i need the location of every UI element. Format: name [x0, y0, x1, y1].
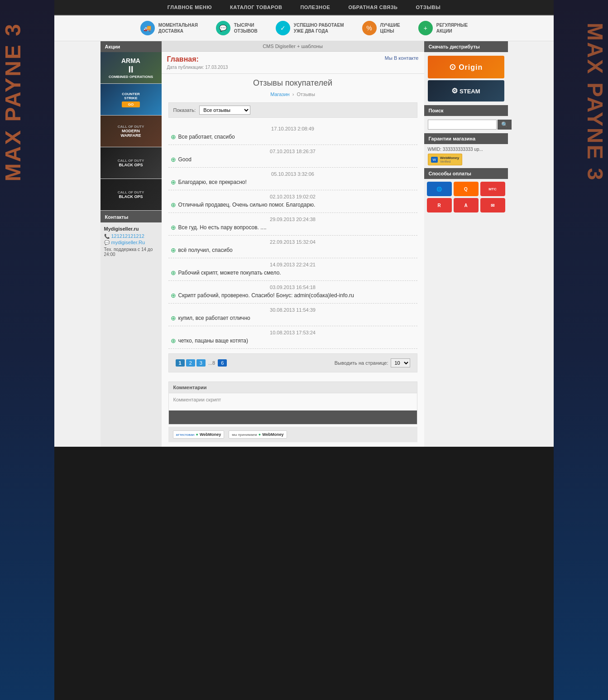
- filter-bar: Показать: Все отзывыПоложительныеОтрицат…: [168, 102, 417, 118]
- review-icon-3: ⊕: [171, 201, 176, 208]
- reviews-icon: 💬: [216, 21, 230, 35]
- contact-skype[interactable]: mydigiseller.Ru: [111, 240, 145, 245]
- review-date-8: 30.08.2013 11:54:39: [168, 307, 417, 313]
- steam-button[interactable]: ⚙ STEAM: [428, 80, 504, 101]
- review-content-4: Все гуд. Но есть пару вопросов. ....: [178, 223, 267, 232]
- review-text-5: ⊕ всё получил, спасибо: [168, 246, 417, 254]
- review-text-1: ⊕ Good: [168, 155, 417, 164]
- page-3[interactable]: 3: [196, 359, 206, 367]
- comments-section: Комментарии Комментарии скрипт: [168, 381, 417, 425]
- review-content-9: четко, пацаны ваще котята): [178, 337, 249, 345]
- review-icon-0: ⊕: [171, 133, 176, 140]
- page-dots: ...8: [207, 360, 216, 366]
- review-icon-2: ⊕: [171, 179, 176, 186]
- game-cod-bo[interactable]: CALL OF DUTY BLACK OPS: [101, 147, 162, 179]
- origin-icon: ⊙: [449, 63, 456, 72]
- nav-home[interactable]: ГЛАВНОЕ МЕНЮ: [158, 0, 221, 14]
- review-content-3: Отличный продавец. Очень сильно помог. Б…: [178, 201, 316, 209]
- review-item-5: 22.09.2013 15:32:04 ⊕ всё получил, спаси…: [168, 236, 417, 258]
- game-cod-bo2-thumb: CALL OF DUTY BLACK OPS: [101, 179, 162, 210]
- game-arma-thumb: ARMA II COMBINED OPERATIONS: [101, 52, 162, 83]
- review-content-8: купил, все работает отлично: [178, 314, 250, 322]
- review-item-4: 29.09.2013 20:24:38 ⊕ Все гуд. Но есть п…: [168, 213, 417, 236]
- payment-r[interactable]: R: [427, 198, 452, 212]
- wm-accepting: мы принимаем ● WebMoney: [229, 430, 287, 439]
- contact-site: Mydigiseller.ru: [104, 226, 158, 232]
- review-item-2: 05.10.2013 3:32:06 ⊕ Благодарю, все прек…: [168, 168, 417, 190]
- review-icon-7: ⊕: [171, 292, 176, 299]
- features-bar: 🚚 МОМЕНТАЛЬНАЯ ДОСТАВКА 💬 ТЫСЯЧИ ОТЗЫВОВ…: [54, 15, 554, 41]
- review-text-8: ⊕ купил, все работает отлично: [168, 314, 417, 322]
- payment-title: Способы оплаты: [424, 168, 508, 179]
- right-deco-text: MAX PAYNE 3: [584, 23, 606, 181]
- review-date-0: 17.10.2013 2:08:49: [168, 126, 417, 131]
- review-content-2: Благодарю, все прекрасно!: [178, 178, 247, 186]
- page-6[interactable]: 6: [218, 359, 227, 367]
- search-input[interactable]: [428, 120, 497, 130]
- contacts-title: Контакты: [101, 212, 162, 222]
- payment-section: 🌐 Q МТС R A ✉: [424, 179, 508, 215]
- review-item-8: 30.08.2013 11:54:39 ⊕ купил, все работае…: [168, 304, 417, 326]
- per-page-select[interactable]: 5102050: [391, 358, 410, 367]
- download-title: Скачать дистрибуты: [424, 41, 508, 52]
- review-item-1: 07.10.2013 18:26:37 ⊕ Good: [168, 145, 417, 168]
- page-title: Главная:: [167, 55, 228, 63]
- payment-mail[interactable]: ✉: [480, 198, 505, 212]
- nav-feedback[interactable]: ОБРАТНАЯ СВЯЗЬ: [339, 0, 407, 14]
- main-container: Акции ARMA II COMBINED OPERATIONS COUNTE…: [101, 41, 508, 447]
- game-mw2[interactable]: CALL OF DUTY MODERN WARFARE: [101, 116, 162, 147]
- filter-select[interactable]: Все отзывыПоложительныеОтрицательные: [199, 106, 250, 115]
- delivery-icon: 🚚: [140, 21, 155, 35]
- payment-web[interactable]: 🌐: [427, 182, 452, 196]
- guarantee-title: Гарантии магазина: [424, 133, 508, 144]
- per-page-label: Выводить на странице:: [335, 360, 388, 366]
- game-cod-bo-thumb: CALL OF DUTY BLACK OPS: [101, 147, 162, 179]
- feature-prices: % ЛУЧШИЕ ЦЕНЫ: [362, 21, 400, 35]
- review-item-7: 03.09.2013 16:54:18 ⊕ Скрипт рабочий, пр…: [168, 281, 417, 304]
- review-date-4: 29.09.2013 20:24:38: [168, 217, 417, 222]
- promo-title: Акции: [101, 41, 162, 52]
- search-input-wrap: 🔍: [428, 120, 504, 130]
- review-content-0: Все работает, спасибо: [178, 133, 235, 141]
- vk-link[interactable]: Мы В контакте: [385, 55, 419, 61]
- page-1[interactable]: 1: [176, 359, 185, 367]
- contact-phone[interactable]: 121212121212: [111, 233, 144, 239]
- review-text-0: ⊕ Все работает, спасибо: [168, 133, 417, 141]
- review-date-6: 14.09.2013 22:24:21: [168, 262, 417, 267]
- game-cod-bo2[interactable]: CALL OF DUTY BLACK OPS: [101, 179, 162, 211]
- nav-reviews[interactable]: ОТЗЫВЫ: [407, 0, 450, 14]
- page-2[interactable]: 2: [186, 359, 195, 367]
- payment-qiwi[interactable]: Q: [454, 182, 479, 196]
- review-item-9: 10.08.2013 17:53:24 ⊕ четко, пацаны ваще…: [168, 326, 417, 349]
- origin-button[interactable]: ⊙ Origin: [428, 56, 504, 78]
- nav-useful[interactable]: ПОЛЕЗНОЕ: [291, 0, 339, 14]
- game-arma[interactable]: ARMA II COMBINED OPERATIONS: [101, 52, 162, 84]
- left-deco-text: MAX PAYNE 3: [2, 23, 24, 181]
- game-cs[interactable]: COUNTER STRIKE GO: [101, 84, 162, 116]
- reviews-feat-text: ТЫСЯЧИ ОТЗЫВОВ: [234, 22, 258, 34]
- pagination: 1 2 3 ...8 6: [176, 359, 227, 367]
- review-item-6: 14.09.2013 22:24:21 ⊕ Рабочий скрипт, мо…: [168, 258, 417, 281]
- center-content: CMS Digiseller + шаблоны Главная: Дата п…: [162, 41, 424, 447]
- payment-alfa[interactable]: A: [454, 198, 479, 212]
- cms-bar: CMS Digiseller + шаблоны: [162, 41, 424, 52]
- payment-mts[interactable]: МТС: [480, 182, 505, 196]
- breadcrumb-shop[interactable]: Магазин: [270, 92, 289, 97]
- search-button[interactable]: 🔍: [498, 120, 512, 130]
- review-date-1: 07.10.2013 18:26:37: [168, 149, 417, 154]
- nav-catalog[interactable]: КАТАЛОГ ТОВАРОВ: [221, 0, 291, 14]
- feature-delivery: 🚚 МОМЕНТАЛЬНАЯ ДОСТАВКА: [140, 21, 198, 35]
- guarantee-section: WMID: 333333333333 up... W WebMoney Veri…: [424, 144, 508, 168]
- review-date-5: 22.09.2013 15:32:04: [168, 239, 417, 245]
- review-icon-5: ⊕: [171, 246, 176, 254]
- per-page-control: Выводить на странице: 5102050: [335, 358, 410, 367]
- feature-years: ✓ УСПЕШНО РАБОТАЕМ УЖЕ ДВА ГОДА: [276, 21, 344, 35]
- review-content-1: Good: [178, 155, 191, 164]
- left-decoration: MAX PAYNE 3: [0, 0, 54, 447]
- prices-icon: %: [362, 21, 377, 35]
- review-icon-6: ⊕: [171, 269, 176, 276]
- origin-label: Origin: [459, 63, 483, 71]
- feature-sales: + РЕГУЛЯРНЫЕ АКЦИИ: [418, 21, 468, 35]
- phone-icon: 📞: [104, 234, 110, 239]
- years-icon: ✓: [276, 21, 290, 35]
